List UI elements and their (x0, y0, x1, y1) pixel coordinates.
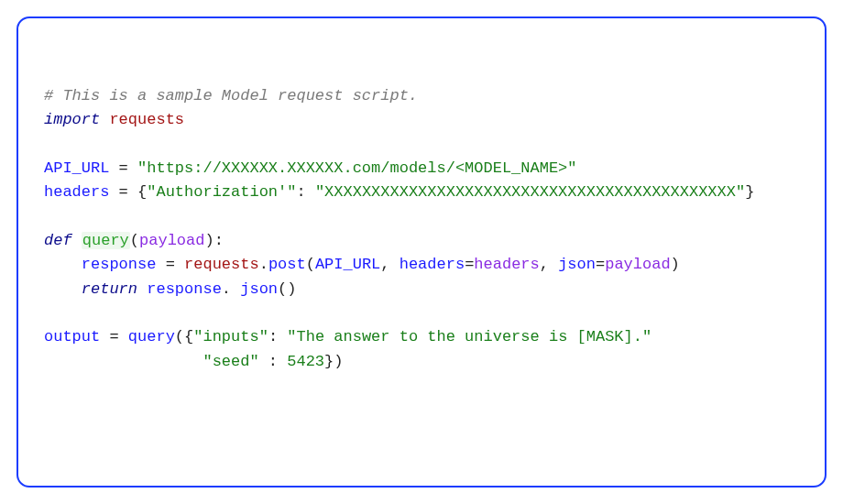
inputs-colon: : (268, 328, 287, 345)
comma: , (540, 256, 558, 273)
code-line-comment: # This is a sample Model request script. (44, 84, 799, 108)
post-close: ) (671, 256, 680, 273)
eq-op: = (100, 328, 128, 345)
json-call: json (231, 280, 278, 298)
headers-open: = { (109, 183, 147, 201)
headers-colon: : (296, 183, 314, 201)
code-line-apiurl: API_URL = "https://XXXXXX.XXXXXX.com/mod… (44, 157, 799, 181)
return-keyword: return (82, 280, 137, 298)
kw-eq: = (596, 256, 605, 273)
code-line-def: def query(payload): (44, 229, 799, 253)
inputs-key: "inputs" (193, 328, 268, 345)
indent (44, 256, 82, 273)
return-space (137, 280, 147, 298)
code-line-import: import requests (44, 108, 799, 132)
code-line-return: return response. json() (44, 278, 799, 301)
requests-obj: requests (184, 256, 259, 273)
query-call: query (128, 328, 175, 345)
kw-headers: headers (400, 256, 465, 273)
arg-headers: headers (474, 256, 539, 273)
eq-op: = (156, 256, 184, 273)
post-fn: post (268, 256, 306, 273)
post-open: ( (306, 256, 315, 273)
query-open: ({ (175, 328, 193, 345)
dot: . (259, 256, 268, 273)
seed-key: "seed" (203, 353, 258, 370)
import-module: requests (109, 111, 184, 128)
blank-line (44, 301, 799, 325)
eq-op: = (109, 159, 137, 177)
code-line-output: output = query({"inputs": "The answer to… (44, 325, 799, 349)
query-close: }) (324, 353, 343, 370)
blank-line (44, 205, 799, 229)
arg-payload: payload (605, 256, 670, 273)
def-keyword: def (44, 232, 72, 249)
code-panel: # This is a sample Model request script.… (16, 16, 827, 488)
response-var: response (82, 256, 157, 273)
code-line-output-cont: "seed" : 5423}) (44, 350, 799, 374)
apiurl-var: API_URL (44, 159, 109, 177)
blank-line (44, 133, 799, 157)
fn-open-paren: ( (130, 232, 139, 249)
output-var: output (44, 328, 100, 345)
headers-key: "Authorization'" (147, 183, 296, 201)
function-name: query (82, 232, 130, 249)
indent (44, 280, 82, 298)
seed-val: 5423 (287, 353, 324, 370)
arg-apiurl: API_URL (315, 256, 380, 273)
headers-val: "XXXXXXXXXXXXXXXXXXXXXXXXXXXXXXXXXXXXXXX… (315, 183, 745, 201)
kw-json: json (558, 256, 596, 273)
def-space (72, 232, 82, 249)
response-obj: response (147, 280, 222, 298)
import-keyword: import (44, 111, 100, 128)
comment-text: # This is a sample Model request script. (44, 87, 418, 104)
code-line-response: response = requests.post(API_URL, header… (44, 253, 799, 277)
fn-close-paren: ): (204, 232, 223, 249)
apiurl-string: "https://XXXXXX.XXXXXX.com/models/<MODEL… (137, 159, 576, 177)
cont-pad (44, 353, 203, 370)
comma: , (380, 256, 399, 273)
code-line-headers: headers = {"Authorization'": "XXXXXXXXXX… (44, 181, 799, 204)
inputs-val: "The answer to the universe is [MASK]." (287, 328, 651, 345)
seed-colon: : (259, 353, 288, 370)
kw-eq: = (465, 256, 474, 273)
headers-close: } (745, 183, 754, 201)
json-parens: () (278, 280, 296, 298)
headers-var: headers (44, 183, 109, 201)
dot: . (222, 280, 231, 298)
fn-param: payload (139, 232, 204, 249)
